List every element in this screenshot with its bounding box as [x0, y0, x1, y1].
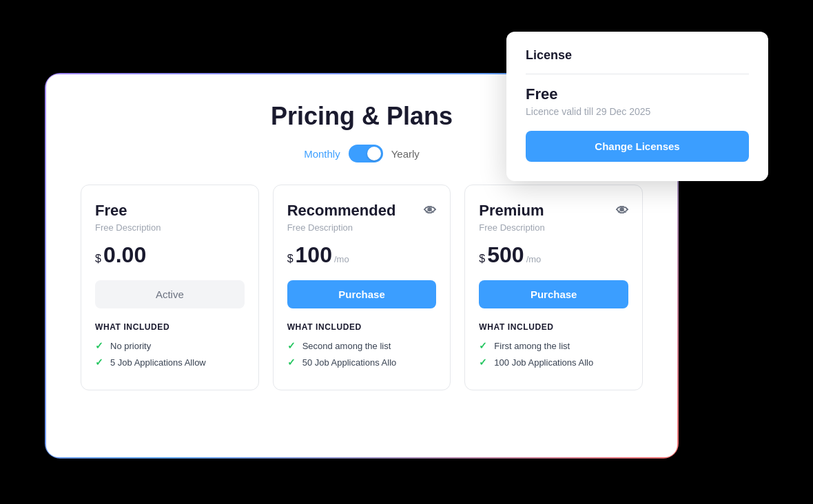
plan-description: Free Description — [287, 222, 437, 233]
billing-toggle-switch[interactable] — [349, 145, 383, 162]
feature-item: ✓ Second among the list — [287, 340, 437, 351]
plan-name-text: Free — [95, 202, 127, 220]
license-popup: License Free Licence valid till 29 Dec 2… — [506, 32, 768, 181]
plan-name: Recommended 👁 — [287, 202, 437, 220]
price-amount: 100 — [296, 242, 332, 268]
monthly-label: Monthly — [304, 148, 340, 160]
feature-text: Second among the list — [302, 341, 391, 351]
what-included-label: WHAT INCLUDED — [95, 322, 245, 332]
check-icon: ✓ — [287, 340, 296, 351]
plan-description: Free Description — [479, 222, 628, 233]
plan-description: Free Description — [95, 222, 245, 233]
price-amount: 500 — [487, 242, 524, 268]
plan-name-text: Premium — [479, 202, 544, 220]
check-icon: ✓ — [95, 340, 103, 351]
feature-item: ✓ 50 Job Applications Allo — [287, 357, 437, 368]
toggle-knob — [367, 147, 381, 160]
license-popup-title: License — [526, 48, 749, 74]
feature-text: First among the list — [494, 341, 570, 351]
feature-text: 100 Job Applications Allo — [494, 357, 593, 368]
active-button[interactable]: Active — [95, 280, 245, 308]
main-container: License Free Licence valid till 29 Dec 2… — [45, 32, 768, 472]
plans-grid: Free Free Description $ 0.00 Active WHAT… — [81, 185, 643, 390]
plan-price: $ 100 /mo — [287, 242, 437, 268]
check-icon: ✓ — [95, 357, 103, 368]
feature-text: 5 Job Applications Allow — [110, 357, 206, 368]
plan-price: $ 0.00 — [95, 242, 245, 268]
purchase-button[interactable]: Purchase — [287, 280, 437, 308]
feature-item: ✓ 5 Job Applications Allow — [95, 357, 245, 368]
plan-card-free: Free Free Description $ 0.00 Active WHAT… — [81, 185, 259, 390]
feature-item: ✓ No priority — [95, 340, 245, 351]
purchase-button[interactable]: Purchase — [479, 280, 628, 308]
plan-name-text: Recommended — [287, 202, 396, 220]
yearly-label: Yearly — [391, 148, 420, 160]
what-included-label: WHAT INCLUDED — [287, 322, 437, 332]
price-dollar: $ — [95, 253, 101, 265]
plan-name: Free — [95, 202, 245, 220]
change-licenses-button[interactable]: Change Licenses — [526, 131, 749, 162]
feature-item: ✓ 100 Job Applications Allo — [479, 357, 628, 368]
eye-icon[interactable]: 👁 — [424, 204, 436, 218]
check-icon: ✓ — [479, 340, 487, 351]
license-validity: Licence valid till 29 Dec 2025 — [526, 106, 749, 117]
price-amount: 0.00 — [103, 242, 146, 268]
price-period: /mo — [334, 254, 349, 264]
check-icon: ✓ — [479, 357, 487, 368]
price-period: /mo — [526, 254, 542, 264]
license-type: Free — [526, 85, 749, 103]
check-icon: ✓ — [287, 357, 296, 368]
price-dollar: $ — [287, 253, 294, 265]
what-included-label: WHAT INCLUDED — [479, 322, 628, 332]
plan-card-premium: Premium 👁 Free Description $ 500 /mo Pur… — [464, 185, 643, 390]
plan-card-recommended: Recommended 👁 Free Description $ 100 /mo… — [273, 185, 451, 390]
plan-name: Premium 👁 — [479, 202, 628, 220]
feature-item: ✓ First among the list — [479, 340, 628, 351]
eye-icon[interactable]: 👁 — [616, 204, 628, 218]
feature-text: 50 Job Applications Allo — [302, 357, 397, 368]
plan-price: $ 500 /mo — [479, 242, 628, 268]
feature-text: No priority — [110, 341, 151, 351]
price-dollar: $ — [479, 253, 485, 265]
